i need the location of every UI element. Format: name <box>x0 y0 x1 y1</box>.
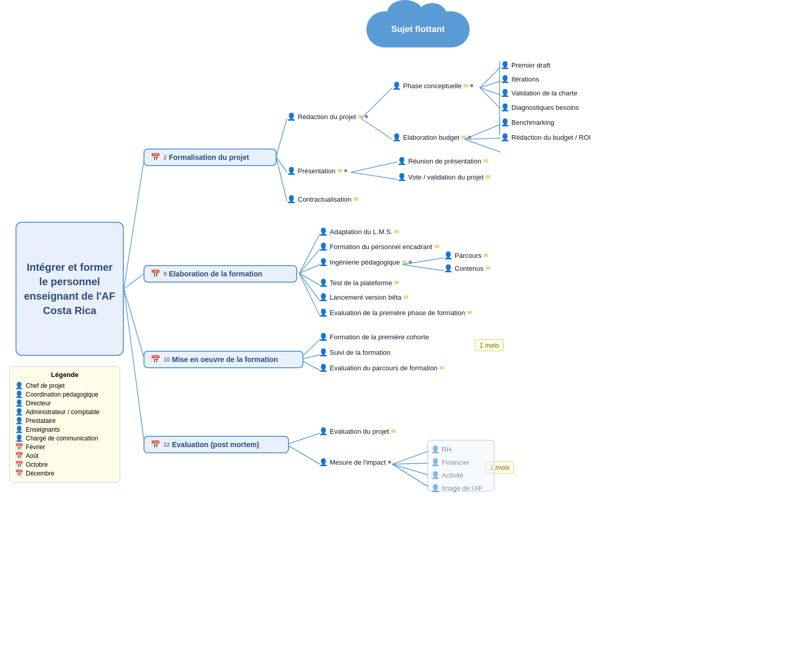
svg-line-11 <box>480 88 501 95</box>
svg-line-22 <box>299 273 320 301</box>
legend-title: Légende <box>15 371 115 379</box>
node-evaluation-premiere: 👤 Evaluation de la première phase de for… <box>319 308 472 317</box>
node-premier-draft: 👤 Premier draft <box>501 61 550 69</box>
evaluation-calendar-icon: 📅 <box>151 440 160 449</box>
legend-item-prestataire: 👤 Prestataire <box>15 417 115 424</box>
branch-elaboration[interactable]: 📅 8 Elaboration de la formation <box>143 265 297 283</box>
svg-line-21 <box>299 273 320 285</box>
svg-line-34 <box>392 464 428 487</box>
legend-item-directeur: 👤 Directeur <box>15 399 115 407</box>
svg-line-10 <box>480 81 501 88</box>
chef-icon: 👤 <box>15 382 23 389</box>
legend-box: Légende 👤 Chef de projet 👤 Coordination … <box>9 366 120 483</box>
node-redaction: 👤 Rédaction du projet ✉ <box>287 112 368 121</box>
node-diagnostiques: 👤 Diagnostiques besoins <box>501 103 579 111</box>
legend-item-aout: 📅 Août <box>15 452 115 460</box>
node-lancement-beta: 👤 Lancement version bêta ✉ <box>319 293 408 301</box>
svg-line-2 <box>124 289 144 359</box>
svg-line-20 <box>299 265 320 273</box>
fevrier-icon: 📅 <box>15 443 23 451</box>
svg-line-16 <box>351 162 397 172</box>
legend-item-coord: 👤 Coordination pédagogique <box>15 390 115 398</box>
formalisation-calendar-icon: 📅 <box>151 153 160 162</box>
node-reunion: 👤 Réunion de présentation ✉ <box>397 157 488 165</box>
node-ingenierie: 👤 Ingénierie pédagogique ✉ <box>319 258 412 266</box>
node-parcours: 👤 Parcours ✉ <box>444 251 488 259</box>
mesure-container <box>427 440 494 491</box>
cloud-label: Sujet flottant <box>366 11 470 47</box>
admin-icon: 👤 <box>15 408 23 416</box>
legend-item-decembre: 📅 Décembre <box>15 469 115 477</box>
octobre-icon: 📅 <box>15 461 23 468</box>
node-phase-conceptuelle: 👤 Phase conceptuelle ✉ <box>392 81 473 90</box>
svg-line-0 <box>124 157 144 289</box>
node-suivi: 👤 Suivi de la formation <box>319 348 391 356</box>
elaboration-calendar-icon: 📅 <box>151 269 160 278</box>
svg-line-1 <box>124 273 144 289</box>
svg-line-32 <box>392 463 428 464</box>
directeur-icon: 👤 <box>15 399 23 407</box>
svg-line-12 <box>480 88 501 109</box>
branch-evaluation[interactable]: 📅 12 Evaluation (post mortem) <box>143 436 289 453</box>
aout-icon: 📅 <box>15 452 23 460</box>
svg-line-17 <box>351 172 397 179</box>
coord-icon: 👤 <box>15 390 23 398</box>
central-title: Intégrer et former le personnel enseigna… <box>15 222 124 356</box>
svg-line-29 <box>286 433 320 445</box>
legend-item-chef: 👤 Chef de projet <box>15 382 115 389</box>
legend-item-fevrier: 📅 Février <box>15 443 115 451</box>
legend-item-enseignants: 👤 Enseignants <box>15 425 115 433</box>
svg-line-9 <box>480 67 501 88</box>
duration-badge-miseenoeuvre: 1 mois <box>475 339 504 351</box>
svg-line-3 <box>124 289 144 445</box>
node-validation-charte: 👤 Validation de la charte <box>501 89 577 97</box>
legend-item-octobre: 📅 Octobre <box>15 461 115 468</box>
legend-item-communication: 👤 Chargé de communication <box>15 434 115 442</box>
svg-line-5 <box>276 157 287 172</box>
miseenoeuvre-calendar-icon: 📅 <box>151 355 160 364</box>
svg-line-30 <box>286 445 320 464</box>
svg-line-4 <box>276 119 287 157</box>
svg-line-33 <box>392 464 428 475</box>
node-formation-personnel: 👤 Formation du personnel encadrant ✉ <box>319 242 439 251</box>
node-presentation: 👤 Présentation ✉ <box>287 167 347 175</box>
prestataire-icon: 👤 <box>15 417 23 424</box>
node-vote: 👤 Vote / validation du projet ✉ <box>397 173 490 181</box>
node-benchmarking: 👤 Benchmarking <box>501 118 554 126</box>
node-test-plateforme: 👤 Test de la plateforme ✉ <box>319 278 399 287</box>
decembre-icon: 📅 <box>15 469 23 477</box>
svg-line-19 <box>299 249 320 273</box>
node-mesure-impact: 👤 Mesure de l'impact <box>319 458 391 466</box>
node-evaluation-parcours: 👤 Evaluation du parcours de formation ✉ <box>319 364 444 372</box>
svg-line-18 <box>299 234 320 273</box>
node-elaboration-budget: 👤 Elaboration budget ✉ <box>392 133 471 141</box>
node-iterations: 👤 Itérations <box>501 75 539 83</box>
legend-item-admin: 👤 Administrateur / comptable <box>15 408 115 416</box>
node-redaction-budget: 👤 Rédaction du budget / ROI <box>501 133 591 141</box>
node-formation-cohorte: 👤 Formation de la première cohorte <box>319 333 429 341</box>
svg-line-6 <box>276 157 287 201</box>
node-evaluation-projet: 👤 Evaluation du projet ✉ <box>319 427 396 435</box>
branch-formalisation[interactable]: 📅 2 Formalisation du projet <box>143 149 277 166</box>
node-contractualisation: 👤 Contractualisation ✉ <box>287 195 358 203</box>
communication-icon: 👤 <box>15 434 23 442</box>
node-adaptation-lms: 👤 Adaptation du L.M.S. ✉ <box>319 227 399 236</box>
svg-line-31 <box>392 451 428 464</box>
enseignants-icon: 👤 <box>15 425 23 433</box>
branch-miseenoeuvre[interactable]: 📅 10 Mise en oeuvre de la formation <box>143 351 303 368</box>
svg-line-8 <box>361 119 392 139</box>
node-contenus: 👤 Contenus ✉ <box>444 264 490 272</box>
svg-line-23 <box>299 273 320 316</box>
